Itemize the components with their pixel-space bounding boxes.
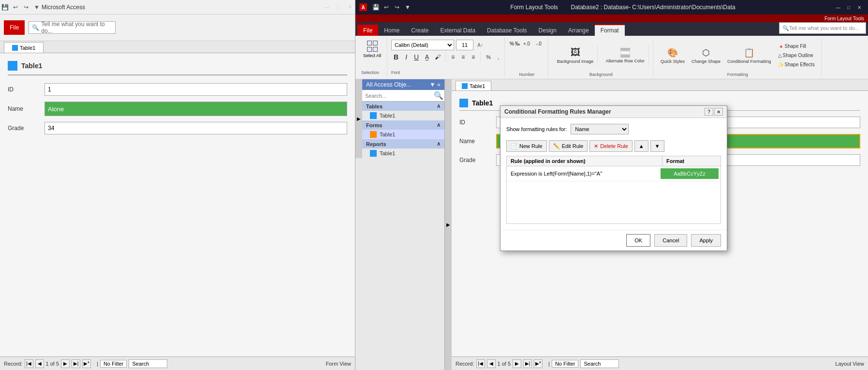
- nav-next-btn[interactable]: ▶: [61, 359, 70, 368]
- cancel-btn[interactable]: Cancel: [654, 234, 687, 247]
- align-center-btn[interactable]: ≡: [459, 52, 467, 62]
- change-shape-button[interactable]: ⬡ Change Shape: [689, 46, 723, 65]
- move-down-btn[interactable]: ▼: [650, 140, 664, 152]
- italic-btn[interactable]: I: [403, 53, 410, 61]
- table-nav-icon: [370, 112, 377, 119]
- decrease-decimal-btn[interactable]: -.0: [533, 40, 544, 48]
- main-content: ▶ All Access Obje... ▼ « 🔍: [355, 79, 868, 370]
- right-close-btn[interactable]: ✕: [854, 3, 864, 11]
- form-layout-tools-context: Form Layout Tools: [824, 16, 864, 21]
- right-nav-prev-btn[interactable]: ◀: [487, 359, 496, 368]
- percent-btn[interactable]: %: [484, 53, 493, 61]
- nav-new-btn[interactable]: ▶*: [82, 359, 91, 368]
- right-nav-last-btn[interactable]: ▶|: [523, 359, 532, 368]
- reports-section-header[interactable]: Reports ∧: [362, 139, 444, 148]
- shape-outline-button[interactable]: △ Shape Outline: [776, 51, 817, 59]
- right-search-input[interactable]: [580, 359, 619, 368]
- comma-btn[interactable]: ,: [495, 53, 501, 61]
- dialog-close-btn[interactable]: ✕: [714, 108, 723, 116]
- right-customize-btn[interactable]: ▼: [403, 2, 412, 12]
- right-form-tab[interactable]: Table1: [456, 81, 491, 90]
- maximize-btn[interactable]: □: [334, 3, 343, 11]
- align-right-btn[interactable]: ≡: [469, 52, 477, 62]
- right-no-filter-btn[interactable]: No Filter: [552, 360, 579, 368]
- redo-btn[interactable]: ↪: [21, 2, 31, 12]
- format-preview-text: AaBbCcYyZz: [674, 171, 705, 177]
- right-minimize-btn[interactable]: —: [833, 3, 843, 11]
- font-size-input[interactable]: [456, 40, 473, 50]
- nav-panel-menu-icon[interactable]: ▼: [429, 81, 435, 88]
- left-search-input[interactable]: [129, 359, 167, 368]
- table1-tab[interactable]: Table1: [4, 42, 44, 53]
- customize-btn[interactable]: ▼: [32, 2, 42, 12]
- field-select[interactable]: Name: [571, 124, 629, 134]
- highlight-btn[interactable]: 🖌: [433, 53, 442, 61]
- move-up-btn[interactable]: ▲: [634, 140, 648, 152]
- font-color-btn[interactable]: A̲: [423, 53, 431, 61]
- tab-design[interactable]: Design: [533, 25, 562, 36]
- tell-me-box[interactable]: 🔍 Tell me what you want to do...: [29, 21, 116, 34]
- nav-expand-btn[interactable]: ▶: [355, 79, 362, 158]
- background-image-button[interactable]: 🖼 Background Image: [553, 45, 598, 66]
- grade-input[interactable]: 34: [44, 122, 347, 134]
- shape-effects-label: Shape Effects: [785, 62, 815, 67]
- id-input[interactable]: 1: [44, 83, 347, 96]
- nav-search-input[interactable]: [363, 92, 434, 100]
- shape-effects-button[interactable]: ✨ Shape Effects: [776, 60, 817, 69]
- dialog-help-btn[interactable]: ?: [705, 108, 713, 116]
- tab-arrange[interactable]: Arrange: [562, 25, 595, 36]
- new-rule-label: New Rule: [519, 143, 543, 149]
- increase-decimal-btn[interactable]: +.0: [521, 40, 532, 48]
- tab-file[interactable]: File: [357, 25, 378, 36]
- nav-form1-item[interactable]: Table1: [362, 130, 444, 139]
- save-btn[interactable]: 💾: [0, 2, 10, 12]
- undo-btn[interactable]: ↩: [11, 2, 20, 12]
- tables-section-header[interactable]: Tables ∧: [362, 102, 444, 111]
- tab-create[interactable]: Create: [405, 25, 434, 36]
- tab-home[interactable]: Home: [378, 25, 405, 36]
- nav-last-btn[interactable]: ▶|: [72, 359, 80, 368]
- font-name-select[interactable]: Calibri (Detail): [391, 40, 454, 50]
- forms-section-header[interactable]: Forms ∧: [362, 120, 444, 130]
- right-nav-next-btn[interactable]: ▶: [513, 359, 521, 368]
- right-nav-new-btn[interactable]: ▶*: [534, 359, 543, 368]
- underline-btn[interactable]: U: [412, 53, 421, 61]
- nav-panel-collapse-icon[interactable]: «: [437, 81, 441, 88]
- no-filter-btn[interactable]: No Filter: [100, 360, 127, 368]
- delete-rule-btn[interactable]: ✕ Delete Rule: [589, 140, 632, 152]
- dialog-title-bar: Conditional Formatting Rules Manager ? ✕: [500, 106, 727, 118]
- right-tell-me-box[interactable]: 🔍 Tell me what you want to do...: [779, 22, 866, 34]
- close-btn[interactable]: ✕: [345, 3, 355, 11]
- nav-prev-btn[interactable]: ◀: [35, 359, 44, 368]
- tab-external-data[interactable]: External Data: [434, 25, 481, 36]
- conditional-formatting-button[interactable]: 📋 Conditional Formatting: [725, 46, 774, 65]
- nav-first-btn[interactable]: |◀: [25, 359, 33, 368]
- tab-database-tools[interactable]: Database Tools: [481, 25, 533, 36]
- right-redo-btn[interactable]: ↪: [392, 2, 402, 12]
- quick-styles-button[interactable]: 🎨 Quick Styles: [658, 46, 687, 65]
- bold-btn[interactable]: B: [391, 53, 401, 61]
- align-left-btn[interactable]: ≡: [449, 52, 457, 62]
- file-button[interactable]: File: [4, 20, 25, 35]
- right-maximize-btn[interactable]: □: [844, 3, 853, 11]
- nav-table1-item[interactable]: Table1: [362, 111, 444, 120]
- new-rule-btn[interactable]: 📄 New Rule: [506, 140, 547, 152]
- shape-fill-button[interactable]: 🔺 Shape Fill: [776, 42, 817, 50]
- nav-table1-label: Table1: [380, 113, 395, 118]
- minimize-btn[interactable]: —: [322, 3, 332, 11]
- tab-format[interactable]: Format: [595, 24, 625, 36]
- alternate-row-color-button[interactable]: Alternate Row Color: [602, 46, 649, 65]
- right-save-btn[interactable]: 💾: [371, 2, 381, 12]
- right-undo-btn[interactable]: ↩: [382, 2, 391, 12]
- form-expand-btn[interactable]: ▶: [445, 79, 452, 370]
- control-formatting-group: 🎨 Quick Styles ⬡ Change Shape 📋 Conditio…: [654, 38, 822, 77]
- increase-font-btn[interactable]: A↑: [475, 40, 485, 50]
- nav-report1-item[interactable]: Table1: [362, 148, 444, 158]
- edit-rule-btn[interactable]: ✏️ Edit Rule: [549, 140, 588, 152]
- rule-row-1[interactable]: Expression is Left(Form![Name],1)="A" Aa…: [507, 166, 721, 181]
- ok-btn[interactable]: OK: [626, 234, 650, 247]
- name-input[interactable]: Alone: [44, 102, 347, 116]
- select-all-button[interactable]: Select All: [361, 40, 383, 59]
- right-nav-first-btn[interactable]: |◀: [476, 359, 485, 368]
- apply-btn[interactable]: Apply: [691, 234, 721, 247]
